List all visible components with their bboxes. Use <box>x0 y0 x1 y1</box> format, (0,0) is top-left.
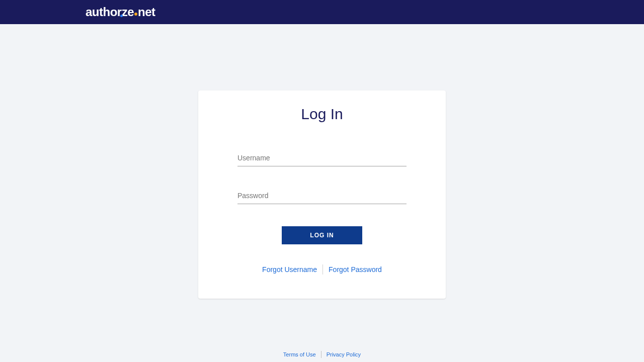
forgot-password-link[interactable]: Forgot Password <box>329 265 382 274</box>
link-divider <box>323 264 323 275</box>
login-title: Log In <box>237 106 407 123</box>
logo-dot-blue-icon <box>120 15 123 17</box>
forgot-links: Forgot Username Forgot Password <box>237 264 407 275</box>
login-card: Log In Username Password LOG IN Forgot U… <box>198 90 446 299</box>
terms-of-use-link[interactable]: Terms of Use <box>283 351 316 357</box>
forgot-username-link[interactable]: Forgot Username <box>262 265 317 274</box>
header-bar: authorzenet <box>0 0 644 24</box>
login-button[interactable]: LOG IN <box>282 226 362 244</box>
username-input[interactable] <box>237 153 407 166</box>
brand-logo: authorzenet <box>86 5 155 19</box>
footer: Terms of Use Privacy Policy <box>0 351 644 358</box>
logo-dot-orange-icon <box>134 13 137 16</box>
password-field-wrapper: Password <box>237 191 407 204</box>
password-input[interactable] <box>237 191 407 204</box>
main-content: Log In Username Password LOG IN Forgot U… <box>0 24 644 299</box>
logo-text-authorize: author <box>86 5 122 19</box>
username-field-wrapper: Username <box>237 153 407 166</box>
logo-text-ze: ze <box>122 5 134 19</box>
logo-text-net: net <box>138 5 155 19</box>
footer-divider <box>321 351 321 358</box>
privacy-policy-link[interactable]: Privacy Policy <box>327 351 361 357</box>
